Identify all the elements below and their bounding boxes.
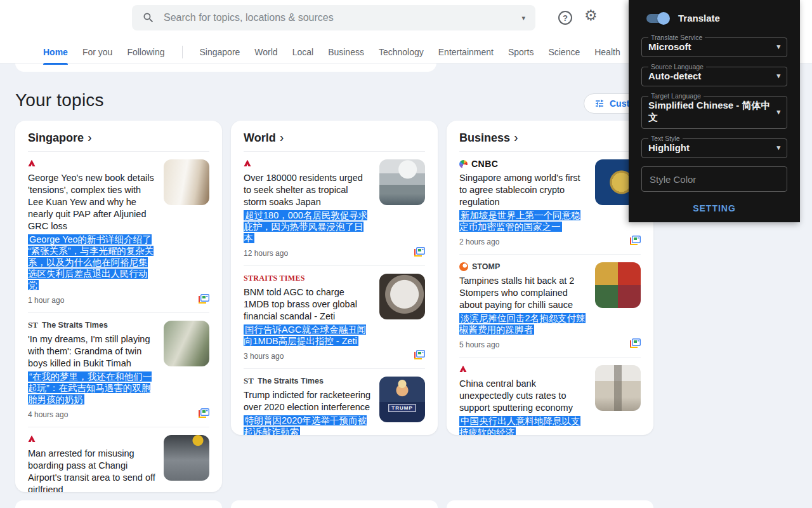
full-coverage-icon[interactable] [629, 236, 641, 248]
translated-text: 新加坡是世界上第一个同意稳定币加密监管的国家之一 [459, 210, 587, 232]
source-row [28, 158, 156, 170]
translate-toggle[interactable] [646, 14, 668, 23]
tab-health[interactable]: Health [594, 47, 620, 61]
tab-technology[interactable]: Technology [379, 47, 424, 61]
article-title[interactable]: 'In my dreams, I'm still playing with th… [28, 333, 156, 370]
card-title: World [244, 131, 276, 145]
tab-sports[interactable]: Sports [508, 47, 534, 61]
field-value: Highlight [648, 142, 690, 153]
card-singapore: Singapore › George Yeo's new book detail… [15, 121, 222, 492]
translated-text: 超过180，000名居民敦促寻求庇护，因为热带风暴浸泡了日本 [244, 210, 372, 244]
article-thumbnail[interactable] [164, 321, 209, 366]
next-card-top [447, 500, 653, 508]
tab-science[interactable]: Science [548, 47, 580, 61]
source-row: CNBC [459, 158, 587, 170]
field-value: Auto-detect [648, 70, 701, 81]
source-row: Straits Times [244, 272, 372, 284]
search-bar[interactable]: ▾ [132, 5, 535, 30]
translated-text: 国行告诉AGC就全球金融丑闻向1MDB高层提出指控 - Zeti [244, 324, 372, 347]
timestamp: 4 hours ago [28, 410, 68, 419]
next-card-top [231, 500, 438, 508]
article: ST The Straits Times 'In my dreams, I'm … [28, 313, 209, 427]
chevron-down-icon: ▾ [776, 108, 780, 116]
target-language-select[interactable]: Target Language Simplified Chinese - 简体中… [641, 92, 787, 129]
translate-service-select[interactable]: Translate Service Microsoft▾ [641, 34, 787, 57]
tab-singapore[interactable]: Singapore [200, 47, 240, 61]
tab-for-you[interactable]: For you [82, 47, 112, 61]
translated-text: George Yeo的新书详细介绍了“紧张关系”，与李光耀的复杂关系，以及为什么… [28, 234, 156, 291]
stomp-logo-icon [459, 262, 468, 271]
article: Man arrested for misusing boarding pass … [28, 427, 209, 492]
field-value: Simplified Chinese - 简体中文 [648, 100, 776, 124]
article-title[interactable]: Singapore among world's first to agree s… [459, 172, 587, 208]
translate-toggle-label: Translate [678, 13, 720, 23]
article-title[interactable]: Trump indicted for racketeering over 202… [244, 389, 372, 413]
chevron-down-icon: ▾ [776, 43, 780, 51]
previous-card-remnant [15, 63, 436, 72]
article: TRUMP ST The Straits Times Trump indicte… [244, 369, 425, 435]
article-thumbnail[interactable] [379, 159, 425, 205]
field-label: Text Style [648, 135, 683, 142]
full-coverage-icon[interactable] [414, 247, 425, 260]
full-coverage-icon[interactable] [414, 350, 425, 363]
article-thumbnail[interactable] [164, 159, 209, 205]
field-label: Target Language [648, 92, 704, 100]
thumbnail-text: TRUMP [388, 404, 416, 412]
chevron-down-icon: ▾ [776, 144, 780, 152]
article-thumbnail[interactable] [379, 274, 425, 319]
article-title[interactable]: China central bank unexpectedly cuts rat… [459, 378, 587, 414]
article: STOMP Tampines stalls hit back at 2 Stom… [459, 255, 641, 358]
timestamp: 12 hours ago [244, 249, 288, 258]
full-coverage-icon[interactable] [198, 408, 209, 421]
source-language-select[interactable]: Source Language Auto-detect▾ [641, 63, 787, 86]
timestamp: 2 hours ago [459, 237, 499, 246]
text-style-select[interactable]: Text Style Highlight▾ [641, 135, 787, 158]
article: Straits Times BNM told AGC to charge 1MD… [244, 266, 425, 369]
card-world: World › Over 180000 residents urged to s… [231, 121, 438, 435]
setting-link[interactable]: SETTING [641, 203, 787, 213]
article-title[interactable]: BNM told AGC to charge 1MDB top brass ov… [244, 286, 372, 323]
help-icon[interactable]: ? [558, 11, 572, 25]
straits-times-logo-icon: ST [28, 320, 38, 330]
chevron-right-icon: › [514, 130, 518, 145]
tune-icon [594, 98, 605, 109]
source-row: ST The Straits Times [244, 375, 372, 387]
card-header-singapore[interactable]: Singapore › [28, 121, 209, 152]
tab-following[interactable]: Following [127, 47, 164, 61]
source-name: The Straits Times [258, 377, 324, 385]
source-row: ST The Straits Times [28, 319, 156, 331]
tab-world[interactable]: World [254, 47, 277, 61]
search-dropdown-caret-icon[interactable]: ▾ [521, 14, 525, 22]
translate-extension-panel: Translate Translate Service Microsoft▾ S… [629, 0, 800, 222]
article-title[interactable]: George Yeo's new book details 'tensions'… [28, 172, 156, 232]
card-header-world[interactable]: World › [244, 121, 425, 152]
full-coverage-icon[interactable] [198, 294, 209, 307]
article-thumbnail[interactable] [595, 365, 641, 411]
full-coverage-icon[interactable] [629, 338, 641, 351]
timestamp: 5 hours ago [459, 340, 499, 349]
source-row [28, 434, 156, 445]
tab-business[interactable]: Business [328, 47, 364, 61]
settings-gear-icon[interactable]: ⚙ [584, 8, 598, 23]
tab-entertainment[interactable]: Entertainment [438, 47, 494, 61]
tab-local[interactable]: Local [292, 47, 313, 61]
card-title: Singapore [28, 131, 84, 145]
source-row: STOMP [459, 261, 587, 272]
style-color-input[interactable] [641, 166, 787, 192]
cna-logo-icon [28, 160, 36, 168]
chevron-right-icon: › [280, 130, 284, 145]
card-title: Business [459, 131, 510, 145]
tab-home[interactable]: Home [43, 47, 68, 61]
card-header-business[interactable]: Business › [459, 121, 641, 152]
chevron-down-icon: ▾ [776, 72, 780, 80]
article-title[interactable]: Man arrested for misusing boarding pass … [28, 448, 156, 492]
article-thumbnail[interactable] [164, 435, 209, 481]
straits-times-logo-icon: ST [244, 376, 254, 386]
article-title[interactable]: Over 180000 residents urged to seek shel… [244, 172, 372, 208]
article-thumbnail[interactable]: TRUMP [379, 377, 425, 422]
search-input[interactable] [162, 11, 514, 24]
next-card-top [15, 500, 222, 508]
article-thumbnail[interactable] [595, 262, 641, 308]
article-title[interactable]: Tampines stalls hit back at 2 Stompers w… [459, 275, 587, 311]
source-name: STOMP [472, 262, 500, 271]
